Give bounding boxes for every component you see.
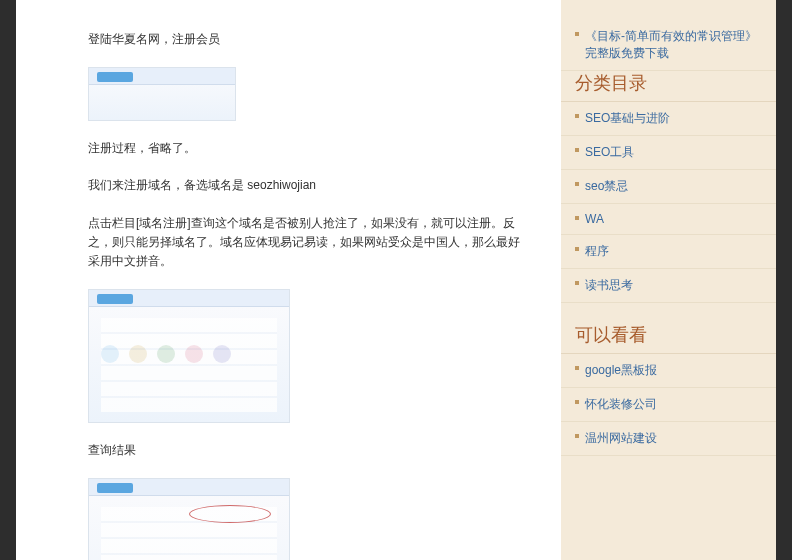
main-content: 登陆华夏名网，注册会员 注册过程，省略了。 我们来注册域名，备选域名是 seoz…: [16, 0, 561, 560]
sidebar-seealso-item[interactable]: 温州网站建设: [561, 422, 776, 456]
sidebar-category-link[interactable]: 读书思考: [585, 278, 633, 292]
sidebar-category-link[interactable]: SEO工具: [585, 145, 634, 159]
screenshot-search-result: [88, 478, 290, 560]
sidebar-category-item[interactable]: 程序: [561, 235, 776, 269]
sidebar-category-link[interactable]: SEO基础与进阶: [585, 111, 670, 125]
sidebar-category-item[interactable]: WA: [561, 204, 776, 235]
paragraph: 点击栏目[域名注册]查询这个域名是否被别人抢注了，如果没有，就可以注册。反之，则…: [88, 214, 531, 272]
sidebar-category-item[interactable]: SEO工具: [561, 136, 776, 170]
screenshot-register-header: [88, 67, 236, 121]
sidebar-seealso-link[interactable]: google黑板报: [585, 363, 657, 377]
sidebar: 《目标-简单而有效的常识管理》完整版免费下载 分类目录 SEO基础与进阶 SEO…: [561, 0, 776, 560]
sidebar-category-link[interactable]: WA: [585, 212, 604, 226]
sidebar-categories-title: 分类目录: [561, 71, 776, 102]
sidebar-category-item[interactable]: 读书思考: [561, 269, 776, 303]
sidebar-categories-list: SEO基础与进阶 SEO工具 seo禁忌 WA 程序 读书思考: [561, 102, 776, 303]
sidebar-category-link[interactable]: 程序: [585, 244, 609, 258]
paragraph: 我们来注册域名，备选域名是 seozhiwojian: [88, 176, 531, 195]
screenshot-domain-search: [88, 289, 290, 423]
sidebar-seealso-title: 可以看看: [561, 323, 776, 354]
paragraph: 注册过程，省略了。: [88, 139, 531, 158]
sidebar-seealso-item[interactable]: google黑板报: [561, 354, 776, 388]
sidebar-seealso-link[interactable]: 怀化装修公司: [585, 397, 657, 411]
sidebar-seealso-item[interactable]: 怀化装修公司: [561, 388, 776, 422]
sidebar-featured-link[interactable]: 《目标-简单而有效的常识管理》完整版免费下载: [585, 29, 757, 60]
sidebar-seealso-block: 可以看看 google黑板报 怀化装修公司 温州网站建设: [561, 323, 776, 456]
sidebar-seealso-link[interactable]: 温州网站建设: [585, 431, 657, 445]
paragraph: 登陆华夏名网，注册会员: [88, 30, 531, 49]
sidebar-seealso-list: google黑板报 怀化装修公司 温州网站建设: [561, 354, 776, 456]
page-wrap: 登陆华夏名网，注册会员 注册过程，省略了。 我们来注册域名，备选域名是 seoz…: [16, 0, 776, 560]
sidebar-category-item[interactable]: SEO基础与进阶: [561, 102, 776, 136]
sidebar-categories-block: 分类目录 SEO基础与进阶 SEO工具 seo禁忌 WA 程序 读书思考: [561, 71, 776, 303]
sidebar-category-item[interactable]: seo禁忌: [561, 170, 776, 204]
sidebar-featured-item[interactable]: 《目标-简单而有效的常识管理》完整版免费下载: [561, 20, 776, 71]
sidebar-category-link[interactable]: seo禁忌: [585, 179, 628, 193]
paragraph: 查询结果: [88, 441, 531, 460]
